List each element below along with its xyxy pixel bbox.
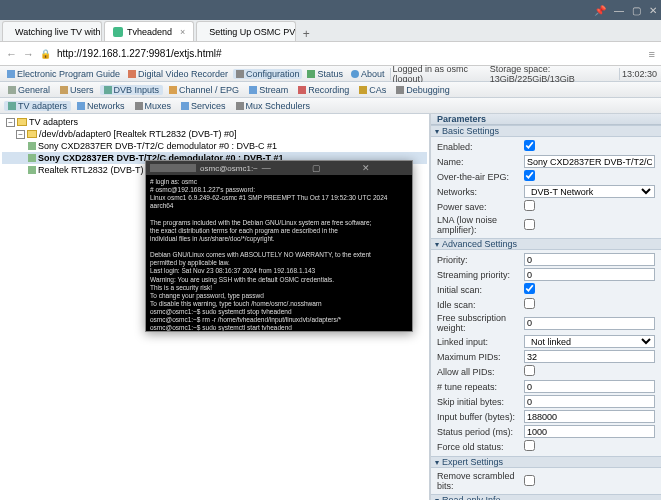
name-input[interactable] (524, 155, 655, 168)
label-powersave: Power save: (437, 202, 522, 212)
browser-tab[interactable]: Tvheadend× (104, 21, 194, 41)
maximize-icon[interactable]: ▢ (632, 5, 641, 16)
section-advanced[interactable]: ▾Advanced Settings (431, 238, 661, 250)
favicon-icon (113, 27, 123, 37)
ota-checkbox[interactable] (524, 170, 535, 181)
tuner-icon (28, 142, 36, 150)
powersave-checkbox[interactable] (524, 200, 535, 211)
sub-dvb[interactable]: DVB Inputs (100, 85, 164, 95)
maxpids-input[interactable] (524, 350, 655, 363)
info-icon (351, 70, 359, 78)
collapse-icon: ▾ (435, 127, 439, 136)
new-tab-button[interactable]: + (296, 27, 316, 41)
rmscr-checkbox[interactable] (524, 475, 535, 486)
toolbar-config[interactable]: Configuration (233, 69, 303, 79)
freesub-input[interactable] (524, 317, 655, 330)
tab-close-icon[interactable]: × (180, 27, 185, 37)
streampri-input[interactable] (524, 268, 655, 281)
label-lna: LNA (low noise amplifier): (437, 215, 522, 235)
tab-muxsched[interactable]: Mux Schedulers (232, 101, 315, 111)
label-rmscr: Remove scrambled bits: (437, 471, 522, 491)
linked-select[interactable]: Not linked (524, 335, 655, 348)
terminal-title: osmc@osmc1:~ (200, 164, 258, 173)
label-enabled: Enabled: (437, 142, 522, 152)
login-status[interactable]: Logged in as osmc (logout) (392, 64, 485, 84)
tunerep-input[interactable] (524, 380, 655, 393)
services-icon (181, 102, 189, 110)
terminal-close-icon[interactable]: ✕ (362, 163, 408, 173)
terminal-titlebar[interactable]: osmc@osmc1:~ — ▢ ✕ (146, 161, 412, 175)
collapse-icon: ▾ (435, 458, 439, 467)
idlescan-checkbox[interactable] (524, 298, 535, 309)
terminal-body[interactable]: # login as: osmc # osmc@192.168.1.227's … (146, 175, 412, 331)
label-tunerep: # tune repeats: (437, 382, 522, 392)
section-basic[interactable]: ▾Basic Settings (431, 125, 661, 137)
terminal-max-icon[interactable]: ▢ (312, 163, 358, 173)
toolbar-about[interactable]: About (348, 69, 388, 79)
browser-tab[interactable]: Watching live TV with a USB DVB t…× (2, 21, 102, 41)
back-icon[interactable]: ← (6, 48, 17, 60)
browser-tab[interactable]: Setting Up OSMC PVR – Help and …× (196, 21, 296, 41)
lock-icon: 🔒 (40, 49, 51, 59)
terminal-window: osmc@osmc1:~ — ▢ ✕ # login as: osmc # os… (145, 160, 413, 332)
section-readonly[interactable]: ▾Read-only Info (431, 494, 661, 500)
sub-stream[interactable]: Stream (245, 85, 292, 95)
folder-icon (27, 130, 37, 138)
label-name: Name: (437, 157, 522, 167)
users-icon (60, 86, 68, 94)
forceold-checkbox[interactable] (524, 440, 535, 451)
sub-recording[interactable]: Recording (294, 85, 353, 95)
tuner-icon (28, 166, 36, 174)
label-freesub: Free subscription weight: (437, 313, 522, 333)
window-titlebar: 📌 — ▢ ✕ (0, 0, 661, 20)
collapse-icon: ▾ (435, 496, 439, 501)
bug-icon (396, 86, 404, 94)
epg-icon (7, 70, 15, 78)
menu-icon[interactable]: ≡ (649, 48, 655, 60)
close-icon[interactable]: ✕ (649, 5, 657, 16)
tree-root[interactable]: −TV adapters (2, 116, 427, 128)
label-ota: Over-the-air EPG: (437, 172, 522, 182)
expand-icon[interactable]: − (16, 130, 25, 139)
sub-cas[interactable]: CAs (355, 85, 390, 95)
toolbar-dvr[interactable]: Digital Video Recorder (125, 69, 231, 79)
adapter-icon (8, 102, 16, 110)
terminal-icon (150, 164, 196, 172)
sub-general[interactable]: General (4, 85, 54, 95)
networks-select[interactable]: DVB-T Network (524, 185, 655, 198)
tree-adapter[interactable]: −/dev/dvb/adapter0 [Realtek RTL2832 (DVB… (2, 128, 427, 140)
statper-input[interactable] (524, 425, 655, 438)
tab-muxes[interactable]: Muxes (131, 101, 176, 111)
toolbar-epg[interactable]: Electronic Program Guide (4, 69, 123, 79)
sub-channel[interactable]: Channel / EPG (165, 85, 243, 95)
section-expert[interactable]: ▾Expert Settings (431, 456, 661, 468)
forward-icon[interactable]: → (23, 48, 34, 60)
terminal-min-icon[interactable]: — (262, 163, 308, 173)
pin-icon[interactable]: 📌 (594, 5, 606, 16)
general-icon (8, 86, 16, 94)
label-statper: Status period (ms): (437, 427, 522, 437)
initscan-checkbox[interactable] (524, 283, 535, 294)
sub-debug[interactable]: Debugging (392, 85, 454, 95)
channel-icon (169, 86, 177, 94)
enabled-checkbox[interactable] (524, 140, 535, 151)
label-priority: Priority: (437, 255, 522, 265)
allpids-checkbox[interactable] (524, 365, 535, 376)
ibuf-input[interactable] (524, 410, 655, 423)
gear-icon (236, 70, 244, 78)
adapter-tree: −TV adapters −/dev/dvb/adapter0 [Realtek… (0, 114, 430, 500)
address-input[interactable] (57, 48, 643, 59)
tab-services[interactable]: Services (177, 101, 230, 111)
label-linked: Linked input: (437, 337, 522, 347)
minimize-icon[interactable]: — (614, 5, 624, 16)
tab-networks[interactable]: Networks (73, 101, 129, 111)
skipinit-input[interactable] (524, 395, 655, 408)
tab-adapters[interactable]: TV adapters (4, 101, 71, 111)
toolbar-status[interactable]: Status (304, 69, 346, 79)
tree-child[interactable]: Sony CXD2837ER DVB-T/T2/C demodulator #0… (2, 140, 427, 152)
lna-checkbox[interactable] (524, 219, 535, 230)
folder-icon (17, 118, 27, 126)
priority-input[interactable] (524, 253, 655, 266)
expand-icon[interactable]: − (6, 118, 15, 127)
sub-users[interactable]: Users (56, 85, 98, 95)
